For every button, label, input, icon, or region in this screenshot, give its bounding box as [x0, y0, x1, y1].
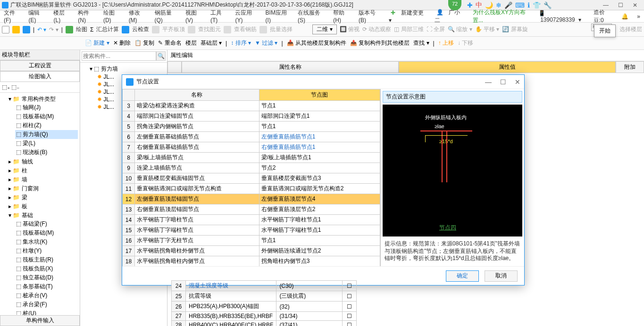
node-row[interactable]: 8梁/板上墙插筋节点梁/板上墙插筋节点1 [123, 153, 380, 163]
dialog-table-wrap[interactable]: 名称 节点图 3暗梁/边框梁遇连梁构造节点14端部洞口连梁锚固节点端部洞口连梁节… [122, 89, 381, 266]
menu-cloud[interactable]: 云应用(Y) [233, 8, 259, 24]
copyfrom-button[interactable]: 📥 从其他楼层复制构件 [287, 39, 346, 47]
cancel-button[interactable]: 取消 [485, 270, 518, 282]
bell-icon[interactable]: 🔔 [619, 12, 630, 21]
icon-a[interactable]: ⬚₊ [2, 84, 10, 90]
menu-edit[interactable]: 编辑(E) [26, 8, 48, 24]
info-icon[interactable]: ℹ [527, 1, 530, 9]
phone-label[interactable]: 📱 13907298339 ▾ [536, 9, 587, 24]
cloud-icon[interactable]: ✚ [467, 1, 473, 9]
tree-folder-axis[interactable]: ▸ 📁 轴线 [8, 157, 78, 166]
selfloor-label[interactable]: 选择楼层 [619, 25, 642, 33]
node-row[interactable]: 7右侧垂直筋基础插筋节点右侧垂直筋插筋节点1 [123, 142, 380, 153]
preview-node4-link[interactable]: 节点四 [439, 224, 456, 232]
tree-base-item[interactable]: ⬚ 筏板基础(M) [15, 228, 78, 237]
moon-icon[interactable]: 🌙 [485, 1, 493, 9]
cloud-label[interactable]: 云检查 [132, 25, 149, 33]
zoom-label[interactable]: 🔍 缩放 ▾ [448, 25, 472, 33]
menu-bim[interactable]: BIM应用(I) [264, 8, 293, 24]
sort-button[interactable]: ↕ 排序 ▾ [231, 39, 251, 47]
tree-root[interactable]: ▾ 📁 常用构件类型 ⬚ 轴网(J) ⬚ 筏板基础(M) ⬚ 框柱(Z) ⬚ 剪… [8, 95, 78, 157]
batch-icon[interactable] [259, 26, 267, 33]
prop-row[interactable]: 26HPB235(A),HPB300(A)锚固(32)☐ [172, 302, 357, 312]
tree-base-item[interactable]: ⬚ 筏板负筋(X) [15, 264, 78, 273]
prop-table-partial[interactable]: 24混凝土强度等级(C30)☐25抗震等级(三级抗震)☐26HPB235(A),… [171, 280, 357, 326]
tree-base-item[interactable]: ⬚ 桩承台(V) [15, 291, 78, 300]
node-row[interactable]: 3暗梁/边框梁遇连梁构造节点1 [123, 101, 380, 111]
shirt-icon[interactable]: 👕 [533, 1, 541, 9]
tab-project[interactable]: 工程设置 [0, 60, 80, 71]
menu-help[interactable]: 帮助(H) [331, 8, 353, 24]
delete-button[interactable]: ✕ 删除 [113, 39, 131, 47]
node-row[interactable]: 10垂直筋楼层变截面锚固节点垂直筋楼层变截面节点3 [123, 173, 380, 184]
tree-raft[interactable]: ⬚ 筏板基础(M) [15, 112, 78, 121]
node-row[interactable]: 4端部洞口连梁锚固节点端部洞口连梁节点1 [123, 111, 380, 122]
node-row[interactable]: 11垂直钢筋遇洞口或端部无节点构造垂直筋遇洞口或端部无节点构造2 [123, 184, 380, 194]
rename-button[interactable]: ✎ 重命名 [158, 39, 181, 47]
tree-base-item[interactable]: ⬚ 筏板主筋(R) [15, 255, 78, 264]
draw-icon[interactable] [66, 26, 73, 33]
node-row[interactable]: 9连梁上墙插筋节点节点2 [123, 163, 380, 173]
menu-file[interactable]: 文件(F) [2, 8, 23, 24]
sigma-icon[interactable]: Σ [90, 26, 93, 33]
tree-folder-slab[interactable]: ▸ 📁 板 [8, 202, 78, 211]
save-icon[interactable] [23, 26, 30, 33]
dialog-close[interactable]: ✕ [515, 78, 520, 86]
viewrebar-label[interactable]: 查看钢筋 [234, 25, 257, 33]
up-button[interactable]: ↑ 上移 [438, 39, 454, 47]
tree-base-item[interactable]: ⬚ 柱墩(Y) [15, 246, 78, 255]
node-row[interactable]: 6左侧垂直筋基础插筋节点左侧垂直筋插筋节点1 [123, 132, 380, 142]
tree-slab[interactable]: ⬚ 现浇板(B) [15, 148, 78, 157]
full-label[interactable]: ⛶ 全屏 [427, 25, 445, 33]
basefloor-select[interactable]: 基础层 ▾ [201, 39, 222, 47]
icon-b[interactable]: ⬚₋ [11, 84, 19, 90]
menu-floor[interactable]: 楼层(L) [51, 8, 72, 24]
component-tree[interactable]: ▾ 📁 常用构件类型 ⬚ 轴网(J) ⬚ 筏板基础(M) ⬚ 框柱(Z) ⬚ 剪… [0, 93, 80, 315]
copyto-button[interactable]: 📤 复制构件到其他楼层 [350, 39, 410, 47]
dialog-minimize[interactable]: — [485, 78, 492, 86]
user-label[interactable]: 👤 广小二 [433, 8, 467, 25]
tree-base-item[interactable]: ⬚ 基础梁(F) [15, 220, 78, 228]
local3d-label[interactable]: ◫ 局部三维 [394, 25, 423, 33]
keyboard-icon[interactable]: ⌨ [515, 1, 525, 9]
copy-button[interactable]: 📋 复制 [134, 39, 154, 47]
find-icon[interactable] [188, 26, 195, 33]
search-button[interactable]: 🔍 [156, 51, 166, 61]
tree-folder-opening[interactable]: ▸ 📁 门窗洞 [8, 184, 78, 193]
tree-base-item[interactable]: ⬚ 独立基础(D) [15, 273, 78, 282]
cloud-check-icon[interactable] [122, 26, 129, 33]
tree-base-item[interactable]: ⬚ 条形基础(T) [15, 282, 78, 291]
tree-beam[interactable]: ⬚ 梁(L) [15, 139, 78, 148]
pan-label[interactable]: ✋ 平移 ▾ [475, 25, 500, 33]
menu-modify[interactable]: 修改(M) [127, 8, 149, 24]
prop-row[interactable]: 24混凝土强度等级(C30)☐ [172, 281, 357, 291]
tree-base-item[interactable]: ⬚ 集水坑(K) [15, 237, 78, 246]
node-row[interactable]: 18水平钢筋拐角暗柱内侧节点拐角暗柱内侧节点3 [123, 256, 380, 267]
dyn-label[interactable]: ⟳ 动态观察 [362, 25, 391, 33]
menu-version[interactable]: 版本号(B) [357, 8, 383, 24]
undo-icon[interactable]: ↶ ▾ [37, 26, 46, 33]
new-change-button[interactable]: ✚ 新建变更 ▾ [387, 8, 427, 24]
sum-label[interactable]: 汇总计算 [96, 25, 119, 33]
mic-icon[interactable]: 🎤 [504, 1, 512, 9]
tab-draw-input[interactable]: 绘图输入 [0, 71, 80, 82]
tree-folder-wall[interactable]: ▸ 📁 墙 [8, 175, 78, 184]
menu-component[interactable]: 构件(N) [76, 8, 98, 24]
menu-draw[interactable]: 绘图(D) [101, 8, 123, 24]
wrench-icon[interactable]: 🔧 [544, 1, 552, 9]
chinese-icon[interactable]: 中 [476, 1, 482, 9]
flat-label[interactable]: 平齐板顶 [162, 25, 185, 33]
findview-label[interactable]: 查找图元 [198, 25, 221, 33]
dialog-maximize[interactable]: ☐ [500, 78, 506, 86]
menu-view[interactable]: 视图(V) [184, 8, 205, 24]
tree-folder-beam[interactable]: ▸ 📁 梁 [8, 193, 78, 202]
open-icon[interactable] [12, 26, 20, 33]
node-row[interactable]: 12左侧垂直筋顶层锚固节点左侧垂直筋顶层节点4 [123, 194, 380, 204]
search-input[interactable] [82, 51, 156, 61]
node-row[interactable]: 5拐角连梁内侧钢筋节点节点1 [123, 122, 380, 132]
menu-rebar[interactable]: 钢筋量(Q) [153, 8, 180, 24]
prop-row[interactable]: 27HRB335(B),HRB335E(BE),HRBF(31/34)☐ [172, 312, 357, 321]
new-file-icon[interactable] [2, 26, 9, 33]
new-comp-button[interactable]: 📄 新建 ▾ [85, 39, 109, 47]
redo-icon[interactable]: ↷ ▾ [49, 26, 58, 33]
